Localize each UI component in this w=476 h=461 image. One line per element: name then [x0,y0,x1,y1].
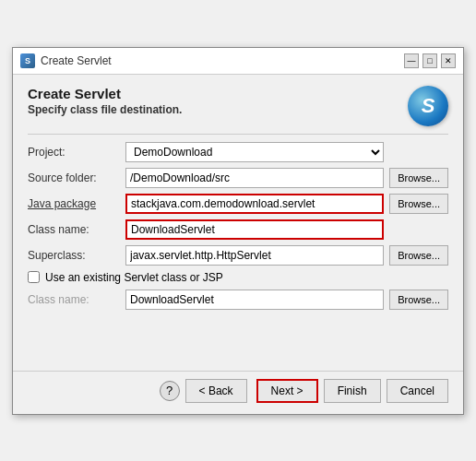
class-name2-row: Class name: Browse... [28,290,448,310]
close-button[interactable]: ✕ [441,53,456,68]
dialog-title: Create Servlet [28,86,182,101]
maximize-button[interactable]: □ [422,53,437,68]
source-folder-browse-button[interactable]: Browse... [389,168,448,188]
class-name2-input[interactable] [125,290,384,310]
title-bar-controls: — □ ✕ [404,53,456,68]
checkbox-row: Use an existing Servlet class or JSP [28,271,448,284]
back-button[interactable]: < Back [185,379,247,403]
superclass-input[interactable] [125,245,384,266]
title-bar-left: S Create Servlet [20,53,112,68]
finish-button[interactable]: Finish [324,379,381,403]
java-package-label: Java package [28,197,120,210]
java-package-browse-button[interactable]: Browse... [389,194,448,214]
source-folder-label: Source folder: [28,171,120,184]
button-bar: ? < Back Next > Finish Cancel [13,371,463,414]
class-name-input[interactable] [125,219,384,240]
title-bar: S Create Servlet — □ ✕ [13,48,463,75]
dialog-content: Create Servlet Specify class file destin… [13,75,463,367]
project-dropdown[interactable]: DemoDownload [125,142,384,162]
existing-servlet-label: Use an existing Servlet class or JSP [45,271,223,284]
section-title-left: Create Servlet Specify class file destin… [28,86,182,116]
class-name2-browse-button[interactable]: Browse... [389,290,448,310]
form-grid: Project: DemoDownload Source folder: Bro… [28,142,448,266]
class-name-label: Class name: [28,223,120,236]
class-name2-label: Class name: [28,293,120,306]
section-title-row: Create Servlet Specify class file destin… [28,86,448,126]
existing-servlet-checkbox[interactable] [28,271,40,283]
window-title: Create Servlet [41,54,112,67]
dialog-subtitle: Specify class file destination. [28,103,182,116]
project-label: Project: [28,146,120,159]
source-folder-input[interactable] [125,168,384,188]
empty-area [28,310,448,356]
dialog-window: S Create Servlet — □ ✕ Create Servlet Sp… [12,47,464,415]
section-header: Create Servlet Specify class file destin… [28,86,448,126]
superclass-label: Superclass: [28,249,120,262]
next-button[interactable]: Next > [256,379,318,403]
java-package-input[interactable] [125,194,384,214]
minimize-button[interactable]: — [404,53,419,68]
help-button[interactable]: ? [160,381,180,401]
cancel-button[interactable]: Cancel [387,379,448,403]
window-icon: S [20,53,35,68]
header-divider [28,134,448,135]
superclass-browse-button[interactable]: Browse... [389,245,448,266]
servlet-logo: S [408,86,448,126]
